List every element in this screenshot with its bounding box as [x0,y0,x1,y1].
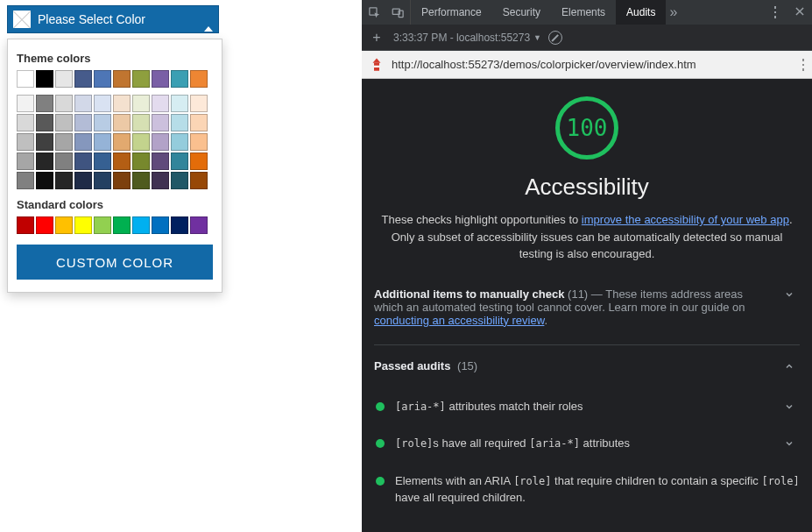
chevron-up-icon [204,12,213,26]
theme-swatch[interactable] [171,114,188,131]
passed-audit-item[interactable]: [role]s have all required [aria-*] attri… [374,427,800,465]
color-picker-popup: Theme colors Standard colors CUSTOM COLO… [7,39,222,293]
theme-swatch[interactable] [94,95,111,112]
devtools-close-button[interactable] [787,5,812,20]
audit-run-select[interactable]: 3:33:37 PM - localhost:55273 [393,32,530,44]
theme-swatch[interactable] [36,70,53,88]
chevron-down-icon[interactable] [779,399,800,419]
chevron-down-icon[interactable] [779,436,800,456]
standard-swatch[interactable] [132,216,150,234]
theme-swatch[interactable] [36,95,53,112]
theme-swatch[interactable] [17,95,34,112]
devtools-tab-security[interactable]: Security [492,0,551,25]
theme-swatch[interactable] [55,172,73,189]
theme-swatch[interactable] [190,114,208,131]
theme-swatch[interactable] [74,70,92,88]
theme-swatch[interactable] [36,114,53,131]
theme-swatch[interactable] [190,133,208,151]
theme-swatch[interactable] [113,133,131,151]
theme-swatch[interactable] [94,153,111,170]
theme-swatch[interactable] [55,153,73,170]
theme-swatch[interactable] [132,95,150,112]
standard-swatch[interactable] [113,216,131,234]
theme-swatch[interactable] [17,114,34,131]
chevron-down-icon[interactable]: ▼ [533,33,541,42]
theme-swatch[interactable] [94,133,111,151]
theme-swatch[interactable] [94,172,111,189]
standard-swatch[interactable] [55,216,73,234]
inspect-element-icon[interactable] [362,0,386,25]
color-select-combo[interactable]: Please Select Color [7,5,219,33]
theme-swatch[interactable] [132,133,150,151]
standard-swatch[interactable] [152,216,169,234]
theme-swatch[interactable] [171,172,188,189]
report-menu-icon[interactable] [801,58,805,72]
theme-swatch[interactable] [113,153,131,170]
theme-swatch[interactable] [171,153,188,170]
theme-swatch[interactable] [132,114,150,131]
theme-swatch[interactable] [152,114,169,131]
theme-swatch[interactable] [74,114,92,131]
theme-swatch[interactable] [113,172,131,189]
theme-swatch[interactable] [171,70,188,88]
accessibility-title: Accessibility [374,174,800,201]
device-toolbar-icon[interactable] [386,0,411,25]
manual-checks-section[interactable]: Additional items to manually check (11) … [374,282,800,332]
chevron-down-icon[interactable] [779,287,800,304]
theme-swatch[interactable] [152,133,169,151]
standard-swatch[interactable] [190,216,208,234]
theme-swatch[interactable] [171,95,188,112]
theme-swatch[interactable] [74,172,92,189]
passed-audit-item[interactable]: [aria-*] attributes match their roles [374,390,800,428]
new-audit-button[interactable]: + [367,30,386,46]
tabs-overflow-icon[interactable]: » [666,4,681,20]
theme-swatch[interactable] [152,70,169,88]
devtools-tab-elements[interactable]: Elements [551,0,616,25]
theme-swatch[interactable] [17,133,34,151]
theme-swatch[interactable] [132,70,150,88]
theme-swatch[interactable] [74,95,92,112]
theme-swatch[interactable] [190,172,208,189]
theme-swatch[interactable] [55,114,73,131]
devtools-tab-performance[interactable]: Performance [411,0,492,25]
theme-swatch[interactable] [17,70,34,88]
theme-swatch[interactable] [74,133,92,151]
theme-swatch[interactable] [74,153,92,170]
improve-accessibility-link[interactable]: improve the accessibility of your web ap… [582,213,789,226]
theme-swatch[interactable] [113,114,131,131]
chevron-up-icon[interactable] [779,359,800,376]
theme-swatch[interactable] [152,153,169,170]
passed-audit-item[interactable]: Elements with an ARIA [role] that requir… [374,465,800,515]
standard-swatch[interactable] [94,216,111,234]
theme-swatch[interactable] [190,153,208,170]
theme-swatch[interactable] [113,70,131,88]
custom-color-button[interactable]: CUSTOM COLOR [17,245,213,280]
standard-swatch[interactable] [17,216,34,234]
theme-swatch[interactable] [55,70,73,88]
theme-swatch[interactable] [17,172,34,189]
standard-swatch[interactable] [74,216,92,234]
theme-swatch[interactable] [36,133,53,151]
theme-swatch[interactable] [36,172,53,189]
theme-swatch[interactable] [113,95,131,112]
theme-swatch[interactable] [190,95,208,112]
theme-swatch[interactable] [132,153,150,170]
theme-swatch[interactable] [171,133,188,151]
devtools-tab-audits[interactable]: Audits [616,0,666,25]
accessibility-review-link[interactable]: conducting an accessibility review [374,314,544,327]
theme-swatch[interactable] [132,172,150,189]
theme-swatch[interactable] [55,95,73,112]
theme-swatch[interactable] [190,70,208,88]
clear-audits-icon[interactable] [548,31,562,45]
standard-swatch[interactable] [171,216,188,234]
standard-swatch[interactable] [36,216,53,234]
theme-swatch[interactable] [17,153,34,170]
theme-swatch[interactable] [94,70,111,88]
theme-swatch[interactable] [94,114,111,131]
theme-swatch[interactable] [36,153,53,170]
theme-swatch[interactable] [152,95,169,112]
devtools-menu-icon[interactable] [763,0,787,25]
passed-audits-section[interactable]: Passed audits (15) [374,354,800,381]
theme-swatch[interactable] [55,133,73,151]
theme-swatch[interactable] [152,172,169,189]
